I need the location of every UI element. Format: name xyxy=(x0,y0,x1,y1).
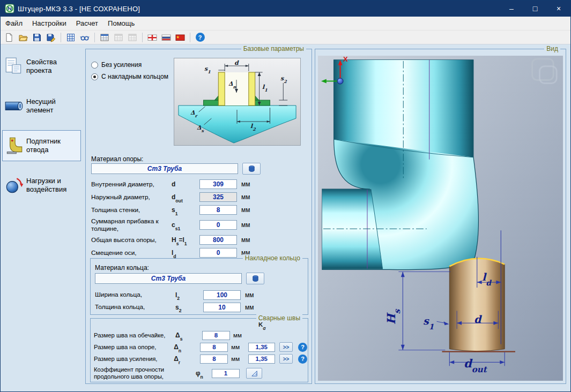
sidebar-item-elbow-support[interactable]: Подпятник отвода xyxy=(2,130,81,161)
menu-bar: Файл Настройки Расчет Помощь xyxy=(1,17,570,31)
sidebar-item-bearing-element[interactable]: Несущий элемент xyxy=(2,91,81,122)
field-unit: мм xyxy=(241,180,250,188)
field-label: Толщина стенки, xyxy=(91,206,172,214)
save-button[interactable] xyxy=(31,32,43,43)
field-symbol: d xyxy=(172,180,199,188)
view-results-button[interactable] xyxy=(78,32,91,43)
group-caption: Базовые параметры xyxy=(241,45,306,52)
lang-russian-button[interactable] xyxy=(160,32,173,43)
field-symbol: Δs xyxy=(175,331,202,339)
weld-reinforcement-help-icon[interactable]: ? xyxy=(298,355,307,364)
save-as-button[interactable] xyxy=(45,32,57,43)
view-3d-render xyxy=(318,56,563,381)
field-label: Общая высота опоры, xyxy=(91,236,172,244)
field-symbol: Hs=l1 xyxy=(172,236,199,244)
support-schematic-diagram: d s1 Δn l1 s2 Δr l2 Δs xyxy=(174,58,301,146)
dim-label-d: d xyxy=(474,314,481,325)
sidebar: Свойства проекта Несущий элемент Подпятн… xyxy=(1,44,84,391)
field-symbol: dout xyxy=(172,193,199,201)
save-icon xyxy=(32,33,42,42)
fem-mesh-button[interactable] xyxy=(64,32,77,43)
lang-chinese-button[interactable] xyxy=(174,32,187,43)
field-unit: мм xyxy=(241,236,250,244)
lang-english-button[interactable] xyxy=(146,32,159,43)
field-symbol: l2 xyxy=(175,291,203,299)
project-properties-icon xyxy=(4,56,24,77)
support-material-field[interactable]: Ст3 Труба xyxy=(91,163,238,174)
support-height-input[interactable] xyxy=(199,235,237,245)
overlay-ring-group: Накладное кольцо Материал кольца: Ст3 Тр… xyxy=(90,258,308,315)
weld-factor-calc-button[interactable] xyxy=(246,368,262,379)
sidebar-item-label: Свойства проекта xyxy=(26,58,79,76)
ring-material-picker-button[interactable] xyxy=(246,273,264,284)
open-button[interactable] xyxy=(17,32,29,43)
radio-circle-icon xyxy=(91,62,98,69)
ring-thickness-input[interactable] xyxy=(203,303,241,312)
axis-offset-input[interactable] xyxy=(199,248,237,258)
view-3d-viewport[interactable]: X ld Hs s1 d dout xyxy=(318,56,563,381)
k-sigma-reinforcement-input[interactable] xyxy=(248,355,275,364)
thickness-allowance-input[interactable] xyxy=(199,220,237,230)
field-row-outer-diameter: Наружный диаметр, dout мм xyxy=(91,191,306,203)
ring-width-input[interactable] xyxy=(203,290,241,300)
field-label: Размер шва усиления, xyxy=(94,356,174,363)
field-row-thickness-allowance: Суммарная прибавка к толщине, cs1 мм xyxy=(91,216,306,233)
app-body: Свойства проекта Несущий элемент Подпятн… xyxy=(1,44,570,391)
radio-overlay-ring[interactable]: С накладным кольцом xyxy=(91,71,168,82)
weld-support-more-button[interactable]: >> xyxy=(279,342,293,352)
open-folder-icon xyxy=(18,33,28,42)
ring-material-label: Материал кольца: xyxy=(95,264,149,272)
new-document-button[interactable] xyxy=(3,32,16,43)
minimize-button[interactable]: – xyxy=(500,1,523,17)
table-report-button[interactable] xyxy=(98,32,111,43)
table-disabled-button[interactable] xyxy=(112,32,125,43)
ring-fields: Ширина кольца, l2 мм Толщина кольца, s2 … xyxy=(95,289,304,313)
axis-x-label: X xyxy=(343,56,348,63)
material-db-icon xyxy=(248,165,256,173)
weld-support-help-icon[interactable]: ? xyxy=(298,343,307,352)
app-icon xyxy=(5,4,14,13)
sidebar-item-project-properties[interactable]: Свойства проекта xyxy=(2,51,81,82)
welds-group: Сварные швы Kσ Размер шва на обечайке, Δ… xyxy=(90,318,308,382)
field-unit: мм xyxy=(231,344,248,350)
group-caption: Накладное кольцо xyxy=(243,254,302,262)
weld-reinforcement-more-button[interactable]: >> xyxy=(279,354,293,364)
diagram-label-l2: l2 xyxy=(250,123,256,129)
ring-material-field[interactable]: Ст3 Труба xyxy=(95,273,242,284)
weld-row-support: Размер шва на опоре, Δn мм >> ? xyxy=(94,341,307,353)
weld-shell-size-input[interactable] xyxy=(202,331,230,340)
sidebar-item-loads[interactable]: Нагрузки и воздействия xyxy=(2,170,81,201)
close-button[interactable]: × xyxy=(547,1,570,17)
weld-strength-factor-input[interactable] xyxy=(212,369,240,378)
k-sigma-header: Kσ xyxy=(251,321,273,328)
inner-diameter-input[interactable] xyxy=(199,179,237,189)
window-controls: – □ × xyxy=(500,1,570,17)
field-label: Толщина кольца, xyxy=(95,303,175,311)
toolbar-separator xyxy=(142,33,143,42)
support-material-picker-button[interactable] xyxy=(242,163,261,175)
menu-settings[interactable]: Настройки xyxy=(27,17,71,31)
diagram-label-ds: Δs xyxy=(197,125,204,131)
view-group: Вид xyxy=(315,49,566,384)
weld-reinforcement-size-input[interactable] xyxy=(200,355,228,364)
reinforcement-radio-group: Без усиления С накладным кольцом xyxy=(91,59,168,82)
maximize-button[interactable]: □ xyxy=(523,1,547,17)
weld-support-size-input[interactable] xyxy=(200,343,228,352)
save-as-icon xyxy=(46,33,56,42)
field-row-ring-thickness: Толщина кольца, s2 мм xyxy=(95,301,304,313)
wall-thickness-input[interactable] xyxy=(199,205,237,215)
sidebar-item-label: Нагрузки и воздействия xyxy=(26,177,79,194)
help-button[interactable]: ? xyxy=(194,32,206,43)
menu-file[interactable]: Файл xyxy=(1,17,27,31)
dim-label-dout: dout xyxy=(464,358,487,369)
menu-calculation[interactable]: Расчет xyxy=(71,17,103,31)
k-sigma-support-input[interactable] xyxy=(248,343,275,352)
radio-no-reinforcement[interactable]: Без усиления xyxy=(91,59,168,71)
table-disabled-icon xyxy=(114,33,123,42)
table-disabled-2-button[interactable] xyxy=(126,32,139,43)
window-title: Штуцер-МКЭ 3.3 - [НЕ СОХРАНЕНО] xyxy=(18,5,140,13)
support-material-row: Ст3 Труба xyxy=(91,163,261,175)
field-row-ring-width: Ширина кольца, l2 мм xyxy=(95,289,304,301)
menu-help[interactable]: Помощь xyxy=(103,17,139,31)
diagram-label-s1: s1 xyxy=(204,66,211,72)
